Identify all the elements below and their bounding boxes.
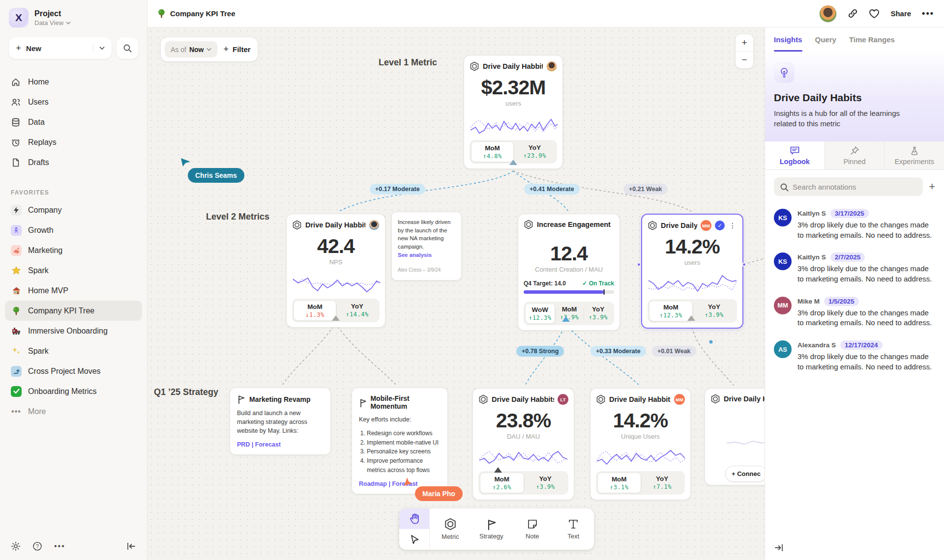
owner-avatar[interactable]: [369, 220, 380, 230]
stat-chip-yoy[interactable]: YoY ↑23.9%: [514, 141, 556, 162]
stat-chip-yoy[interactable]: YoY ↑7.1%: [641, 473, 684, 493]
edge-correlation-label[interactable]: +0.41 Moderate: [524, 184, 580, 195]
stat-chip-yoy[interactable]: YoY ↑3.9%: [524, 473, 567, 493]
sidebar-item-growth[interactable]: Growth: [5, 220, 142, 240]
annotation-item[interactable]: KS Kaitlyn S3/17/2025 3% drop likely due…: [774, 209, 935, 240]
tab-time-ranges[interactable]: Time Ranges: [849, 28, 895, 52]
project-switcher[interactable]: X Project Data View: [0, 0, 147, 32]
edge-correlation-label[interactable]: +0.01 Weak: [652, 346, 696, 357]
tab-insights[interactable]: Insights: [774, 28, 802, 52]
metric-card-nps[interactable]: Drive Daily Habbits 42.4 NPS MoM ↓1.3% Y…: [286, 214, 385, 328]
stat-chip-mom[interactable]: MoM ↑4.8%: [471, 141, 514, 162]
connect-button[interactable]: + Connec: [725, 466, 765, 482]
chevron-down-icon[interactable]: [99, 46, 105, 50]
share-button[interactable]: Share: [890, 9, 911, 18]
metric-card-engagement[interactable]: Increase Engagement 12.4 Content Creatio…: [518, 214, 620, 331]
sidebar-item-onboarding-metrics[interactable]: Onboarding Metrics: [5, 381, 142, 401]
zoom-in-button[interactable]: +: [736, 34, 753, 51]
tab-query[interactable]: Query: [815, 28, 836, 52]
strategy-card-marketing-revamp[interactable]: Marketing Revamp Build and launch a new …: [230, 388, 331, 455]
annotation-search-input[interactable]: [774, 177, 923, 196]
stat-chip-mom[interactable]: MoM ↑2.6%: [480, 473, 524, 493]
metric-value: $2.32M: [470, 76, 557, 99]
sidebar-item-marketing[interactable]: Marketing: [5, 240, 142, 260]
favorite-heart-icon[interactable]: [869, 9, 880, 19]
hand-tool[interactable]: [399, 508, 429, 529]
cursor-name-label: Chris Seams: [188, 168, 244, 183]
metric-tool[interactable]: Metric: [430, 508, 471, 550]
user-avatar[interactable]: [819, 5, 837, 23]
stat-chip-yoy[interactable]: YoY ↑14.4%: [336, 300, 378, 321]
annotation-date-badge[interactable]: 12/17/2024: [840, 340, 883, 350]
edge-correlation-label[interactable]: +0.21 Weak: [623, 184, 668, 195]
chevron-down-icon: [206, 48, 211, 51]
copy-link-icon[interactable]: [848, 8, 858, 19]
strategy-links[interactable]: PRD | Forecast: [237, 441, 324, 448]
stat-chip-mom[interactable]: MoM ↓1.3%: [294, 300, 336, 321]
sidebar-item-spark-2[interactable]: Spark: [5, 341, 142, 361]
metric-card-unique-users[interactable]: Drive Daily Habbits MM 14.2% Unique User…: [590, 388, 691, 500]
collapse-caret[interactable]: [562, 316, 570, 322]
sidebar-item-users[interactable]: Users: [0, 92, 147, 112]
strategy-tool[interactable]: Strategy: [471, 508, 512, 550]
sidebar-item-home[interactable]: Home: [0, 72, 147, 92]
note-tool[interactable]: Note: [512, 508, 553, 550]
stat-chip-mom[interactable]: MoM ↑12.3%: [649, 301, 693, 321]
selection-handle[interactable]: [742, 262, 746, 267]
more-options-icon[interactable]: •••: [54, 542, 64, 551]
settings-gear-icon[interactable]: [11, 541, 21, 551]
new-button[interactable]: + New: [9, 37, 112, 59]
collapse-panel-icon[interactable]: [774, 543, 784, 552]
more-menu-icon[interactable]: •••: [922, 8, 934, 19]
metric-card-dau-mau[interactable]: Drive Daily Habbits LT 23.8% DAU / MAU M…: [472, 388, 574, 500]
add-annotation-button[interactable]: +: [929, 181, 935, 192]
select-tool[interactable]: [399, 529, 429, 550]
sidebar-item-data[interactable]: Data: [0, 112, 147, 132]
annotation-item[interactable]: AS Alexandra S12/17/2024 3% drop likely …: [774, 340, 935, 372]
sidebar-item-replays[interactable]: Replays: [0, 132, 147, 152]
sidebar-item-home-mvp[interactable]: Home MVP: [5, 280, 142, 301]
edge-correlation-label[interactable]: +0.17 Moderate: [370, 184, 425, 195]
owner-avatar[interactable]: [546, 61, 557, 72]
workspace-selector[interactable]: Data View: [34, 19, 71, 27]
annotation-date-badge[interactable]: 1/5/2025: [824, 297, 859, 306]
collapse-caret[interactable]: [509, 160, 517, 165]
collapse-caret[interactable]: [494, 467, 502, 473]
metric-card-l1[interactable]: Drive Daily Habbits $2.32M users MoM ↑4.…: [464, 55, 563, 169]
annotation-item[interactable]: MM Mike M1/5/2025 3% drop likely due to …: [774, 297, 935, 328]
see-analysis-link[interactable]: See analysis: [398, 251, 455, 259]
subtab-pinned[interactable]: Pinned: [825, 141, 885, 169]
kebab-menu-icon[interactable]: ⋮: [728, 222, 737, 229]
sidebar-item-spark[interactable]: Spark: [5, 260, 142, 280]
selection-handle[interactable]: [637, 262, 641, 267]
collapse-caret[interactable]: [687, 315, 695, 321]
text-tool[interactable]: Text: [553, 508, 594, 550]
sidebar-item-drafts[interactable]: Drafts: [0, 152, 147, 172]
subtab-experiments[interactable]: Experiments: [884, 141, 944, 169]
sidebar-item-company-kpi-tree[interactable]: Company KPI Tree: [5, 301, 142, 321]
stat-chip-yoy[interactable]: YoY ↑3.9%: [693, 301, 736, 321]
help-icon[interactable]: ?: [32, 541, 42, 551]
search-button[interactable]: [117, 37, 138, 59]
kpi-tree-canvas[interactable]: As of Now + Filter + − Level 1 Metric Le…: [148, 28, 765, 560]
sidebar-item-company[interactable]: Company: [5, 200, 142, 220]
sidebar-item-immersive-onboarding[interactable]: Immersive Onboarding: [5, 321, 142, 341]
annotation-note-card[interactable]: Increase likely driven by the launch of …: [391, 212, 462, 280]
edge-correlation-label[interactable]: +0.33 Moderate: [590, 346, 646, 357]
zoom-out-button[interactable]: −: [736, 52, 753, 68]
annotation-item[interactable]: KS Kaitlyn S2/7/2025 3% drop likely due …: [774, 252, 935, 284]
sidebar-item-more[interactable]: ••• More: [5, 401, 142, 421]
collapse-sidebar-icon[interactable]: [126, 542, 136, 551]
collapse-caret[interactable]: [332, 315, 340, 321]
metric-card-selected[interactable]: Drive Daily Habb.. MM ✓ ⋮ 14.2% users Mo…: [641, 214, 743, 329]
annotation-date-badge[interactable]: 2/7/2025: [830, 252, 865, 262]
annotation-date-badge[interactable]: 3/17/2025: [830, 209, 869, 218]
filter-button[interactable]: + Filter: [223, 44, 250, 55]
stat-chip-mom[interactable]: MoM ↑3.1%: [597, 473, 641, 493]
subtab-logbook[interactable]: Logbook: [765, 141, 825, 169]
as-of-selector[interactable]: As of Now: [165, 41, 217, 57]
sidebar-item-cross-project-moves[interactable]: Cross Project Moves: [5, 361, 142, 381]
stat-chip-yoy[interactable]: YoY ↑3.9%: [584, 303, 613, 324]
edge-correlation-label[interactable]: +0.78 Strong: [516, 346, 564, 357]
stat-chip-wow[interactable]: WoW ↑12.3%: [525, 303, 555, 324]
